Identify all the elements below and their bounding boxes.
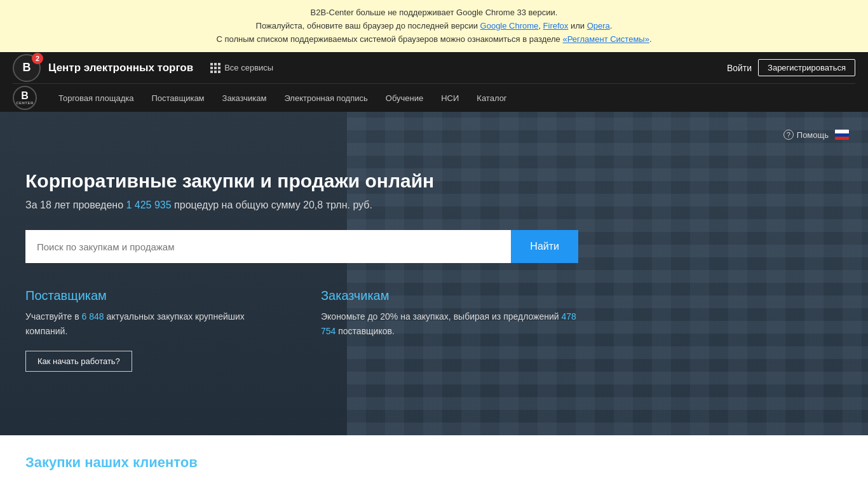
logo-badge: B 2	[13, 54, 41, 82]
hero-subtitle: За 18 лет проведено 1 425 935 процедур н…	[25, 200, 843, 211]
logo-badge-number: 2	[32, 53, 43, 64]
help-link[interactable]: ? Помощь	[783, 130, 829, 140]
rules-link[interactable]: «Регламент Системы»	[562, 34, 649, 44]
russian-flag-icon	[835, 130, 849, 140]
nav-suppliers[interactable]: Поставщикам	[142, 84, 213, 112]
bottom-section: Закупки наших клиентов	[0, 435, 868, 488]
active-purchases-count: 6 848	[82, 311, 104, 322]
logo-small: B CENTER	[13, 86, 37, 110]
question-icon: ?	[783, 130, 794, 140]
suppliers-card: Поставщикам Участвуйте в 6 848 актуальны…	[25, 288, 283, 372]
nav-nsi[interactable]: НСИ	[432, 84, 468, 112]
hero-cards: Поставщикам Участвуйте в 6 848 актуальны…	[25, 288, 578, 372]
hero-section: ? Помощь Корпоративные закупки и продажи…	[0, 112, 868, 435]
customers-title[interactable]: Заказчикам	[321, 288, 578, 303]
customers-card: Заказчикам Экономьте до 20% на закупках,…	[321, 288, 578, 372]
customers-desc: Экономьте до 20% на закупках, выбирая из…	[321, 309, 578, 338]
all-services-button[interactable]: Все сервисы	[201, 63, 283, 73]
clients-purchases-title: Закупки наших клиентов	[25, 454, 843, 471]
alert-line3: С полным списком поддерживаемых системой…	[13, 33, 855, 46]
search-input[interactable]	[25, 230, 511, 263]
search-button[interactable]: Найти	[511, 230, 578, 263]
firefox-link[interactable]: Firefox	[543, 21, 569, 30]
chrome-link[interactable]: Google Chrome	[480, 21, 539, 30]
logo-circle: B 2	[13, 54, 41, 82]
opera-link[interactable]: Opera	[587, 21, 610, 30]
alert-line2-before: Пожалуйста, обновите ваш браузер до посл…	[256, 21, 480, 30]
logo-small-inner: B CENTER	[13, 86, 37, 110]
nav-catalog[interactable]: Каталог	[468, 84, 515, 112]
alert-banner: B2B-Center больше не поддерживает Google…	[0, 0, 868, 52]
main-nav: B CENTER Торговая площадка Поставщикам З…	[13, 84, 855, 112]
grid-icon	[210, 63, 220, 73]
logo-area: B 2 Центр электронных торгов Все сервисы	[13, 54, 727, 82]
alert-line1: B2B-Center больше не поддерживает Google…	[13, 6, 855, 20]
start-button[interactable]: Как начать работать?	[25, 351, 132, 372]
suppliers-title[interactable]: Поставщикам	[25, 288, 283, 303]
site-name: Центр электронных торгов	[48, 62, 193, 74]
alert-line2: Пожалуйста, обновите ваш браузер до посл…	[13, 20, 855, 33]
procedures-count: 1 425 935	[126, 200, 171, 210]
header: B 2 Центр электронных торгов Все сервисы…	[0, 52, 868, 112]
hero-content: Корпоративные закупки и продажи онлайн З…	[0, 145, 868, 410]
suppliers-desc: Участвуйте в 6 848 актуальных закупках к…	[25, 309, 283, 338]
register-button[interactable]: Зарегистрироваться	[758, 59, 855, 76]
header-auth: Войти Зарегистрироваться	[727, 59, 855, 76]
nav-education[interactable]: Обучение	[377, 84, 432, 112]
hero-inner: ? Помощь Корпоративные закупки и продажи…	[0, 125, 868, 410]
nav-customers[interactable]: Заказчикам	[214, 84, 276, 112]
login-button[interactable]: Войти	[727, 63, 752, 73]
nav-trading[interactable]: Торговая площадка	[50, 84, 142, 112]
nav-esign[interactable]: Электронная подпись	[275, 84, 376, 112]
header-top: B 2 Центр электронных торгов Все сервисы…	[13, 52, 855, 84]
search-bar: Найти	[25, 230, 578, 263]
hero-title: Корпоративные закупки и продажи онлайн	[25, 170, 843, 192]
help-bar: ? Помощь	[0, 125, 868, 145]
